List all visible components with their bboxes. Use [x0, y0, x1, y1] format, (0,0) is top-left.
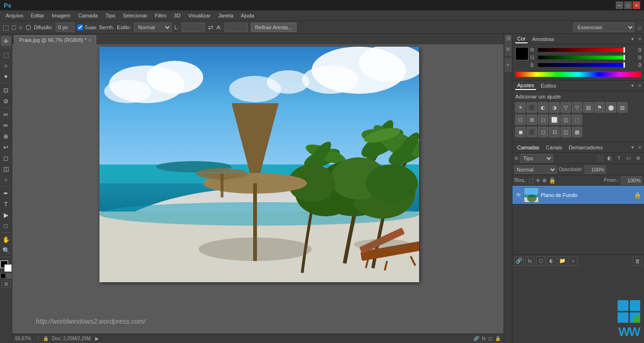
- menu-arquivo[interactable]: Arquivo: [2, 12, 27, 19]
- lasso-options-icon[interactable]: ○: [18, 24, 22, 31]
- feather-input[interactable]: 0 px: [56, 23, 74, 32]
- antialias-checkbox[interactable]: [77, 24, 83, 30]
- green-slider[interactable]: [538, 56, 625, 59]
- lock-artboard-icon[interactable]: ⊕: [542, 177, 547, 184]
- adj3-4[interactable]: ⊡: [549, 127, 560, 137]
- shape-layer-icon[interactable]: ▭: [624, 154, 633, 163]
- selectivecolor-btn[interactable]: ⬚: [572, 114, 582, 125]
- adj3-2[interactable]: ⬛: [527, 127, 537, 137]
- estilos-tab[interactable]: Estilos: [539, 82, 558, 90]
- background-color[interactable]: [4, 264, 12, 272]
- lock-position-icon[interactable]: ✛: [536, 177, 540, 184]
- curves-btn[interactable]: ◐: [538, 102, 548, 113]
- dodge-tool[interactable]: ○: [1, 174, 11, 185]
- exposure-btn[interactable]: ◑: [549, 102, 560, 113]
- colorlookup-btn[interactable]: ⬡: [515, 114, 526, 125]
- status-icon-1[interactable]: 🔒: [43, 336, 49, 341]
- style-select[interactable]: Normal Fixo Proporcional: [134, 23, 172, 32]
- vibrance-btn[interactable]: ▽: [561, 102, 571, 113]
- bw-btn[interactable]: ⚑: [594, 102, 605, 113]
- canvas-tab-close[interactable]: ×: [89, 38, 91, 43]
- type-layer-icon[interactable]: T: [615, 154, 623, 163]
- menu-imagem[interactable]: Imagem: [48, 12, 74, 19]
- move-tool[interactable]: ✛: [1, 36, 11, 46]
- adj-panel-menu[interactable]: ≡: [638, 83, 641, 88]
- adj3-5[interactable]: ◫: [561, 127, 571, 137]
- marquee-options-icon[interactable]: □: [12, 24, 16, 31]
- menu-ajuda[interactable]: Ajuda: [237, 12, 258, 19]
- zoom-tool[interactable]: 🔍: [1, 245, 11, 255]
- fill-input[interactable]: [621, 176, 642, 185]
- ajustes-tab[interactable]: Ajustes: [515, 82, 536, 90]
- pixel-layer-icon[interactable]: ⬛: [596, 154, 604, 163]
- swap-icon[interactable]: ⇄: [208, 24, 214, 31]
- layers-panel-collapse[interactable]: ▾: [631, 145, 634, 150]
- delete-layer-btn[interactable]: 🗑: [633, 256, 642, 266]
- layer-styles-btn[interactable]: fx: [525, 256, 535, 266]
- eraser-tool[interactable]: ◻: [1, 153, 11, 163]
- foreground-background-colors[interactable]: [0, 261, 12, 272]
- l-input[interactable]: [182, 23, 205, 32]
- color-panel-menu[interactable]: ≡: [638, 36, 641, 41]
- minimize-button[interactable]: ─: [616, 1, 623, 9]
- type-filter-select[interactable]: Tipo: [520, 154, 553, 163]
- text-tool[interactable]: T: [1, 199, 11, 209]
- layer-visibility-icon[interactable]: 👁: [515, 192, 522, 198]
- adj-panel-collapse[interactable]: ▾: [631, 83, 634, 88]
- menu-tipo[interactable]: Tipo: [101, 12, 119, 19]
- doc-info-expand[interactable]: ▶: [95, 336, 99, 341]
- add-mask-btn[interactable]: ◻: [536, 256, 545, 266]
- menu-camada[interactable]: Camada: [74, 12, 102, 19]
- brush-tool[interactable]: ✏: [1, 120, 11, 131]
- status-lock-icon[interactable]: 🔒: [495, 336, 501, 341]
- smart-object-icon[interactable]: ⊕: [634, 154, 642, 163]
- shape-tool[interactable]: □: [1, 220, 11, 231]
- camadas-tab[interactable]: Camadas: [515, 144, 541, 151]
- layers-panel-menu[interactable]: ≡: [638, 145, 641, 150]
- gradient-tool[interactable]: ◫: [1, 163, 11, 174]
- pen-tool[interactable]: ✒: [1, 188, 11, 198]
- rectangular-marquee-tool[interactable]: ⬚: [1, 49, 11, 60]
- color-swatch[interactable]: [515, 47, 528, 60]
- a-input[interactable]: [224, 23, 248, 32]
- search-icon[interactable]: ⌕: [637, 24, 641, 31]
- lock-all-icon[interactable]: 🔒: [549, 177, 556, 184]
- menu-3d[interactable]: 3D: [170, 12, 184, 19]
- menu-visualizar[interactable]: Visualizar: [184, 12, 215, 19]
- adjustment-layer-icon[interactable]: ◐: [605, 154, 614, 163]
- healing-brush-tool[interactable]: ✂: [1, 109, 11, 120]
- channelmixer-btn[interactable]: ▥: [617, 102, 627, 113]
- status-fx-icon[interactable]: fx: [482, 336, 486, 341]
- close-button[interactable]: ✕: [633, 1, 640, 9]
- screen-mode-btn[interactable]: ⊞: [1, 280, 11, 287]
- workspace-select[interactable]: Essenciais Design Pintura Fotografia: [573, 23, 635, 32]
- adj3-6[interactable]: ▦: [572, 127, 582, 137]
- levels-btn[interactable]: ⬛: [527, 102, 537, 113]
- standard-mode-btn[interactable]: [0, 273, 6, 278]
- blue-slider[interactable]: [538, 63, 625, 67]
- photofilter-btn[interactable]: ⬤: [606, 102, 616, 113]
- panel-layers-btn[interactable]: ≡: [505, 58, 512, 72]
- blend-mode-select[interactable]: Normal Dissolver Escurecer: [514, 165, 557, 174]
- hand-tool[interactable]: ✋: [1, 234, 11, 245]
- color-spectrum[interactable]: [515, 72, 641, 77]
- panel-adjust-btn[interactable]: ⊞: [505, 42, 512, 56]
- gradientmap-btn[interactable]: ◫: [561, 114, 571, 125]
- color-panel-collapse[interactable]: ▾: [631, 36, 634, 41]
- new-group-btn[interactable]: 📁: [558, 256, 567, 266]
- refine-edge-button[interactable]: Refinar Aresta...: [251, 23, 297, 32]
- hsl-btn[interactable]: ▽: [572, 102, 582, 113]
- menu-editar[interactable]: Editar: [27, 12, 48, 19]
- eyedropper-tool[interactable]: ⊘: [1, 96, 11, 106]
- red-slider[interactable]: [538, 48, 625, 52]
- canais-tab[interactable]: Canais: [544, 144, 564, 151]
- invert-btn[interactable]: ⊞: [527, 114, 537, 125]
- adj3-3[interactable]: ◻: [538, 127, 548, 137]
- canvas-tab-praia[interactable]: Praia.jpg @ 66,7% (RGB/8) * ×: [14, 35, 96, 44]
- opacity-input[interactable]: [585, 165, 606, 174]
- menu-selecionar[interactable]: Selecionar: [119, 12, 151, 19]
- quick-mask-btn[interactable]: [7, 273, 12, 278]
- brightness-contrast-btn[interactable]: ☀: [515, 102, 526, 113]
- adj3-1[interactable]: ◼: [515, 127, 526, 137]
- menu-janela[interactable]: Janela: [214, 12, 237, 19]
